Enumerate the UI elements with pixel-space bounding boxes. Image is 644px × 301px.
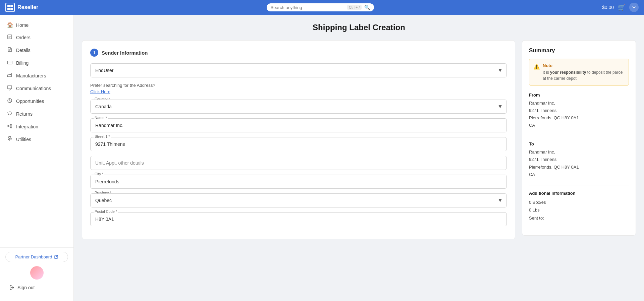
sender-select[interactable]: EndUser (90, 63, 507, 77)
province-select-wrapper: Quebec ▼ (90, 193, 507, 207)
sign-out-label: Sign out (17, 285, 35, 290)
sidebar-item-orders[interactable]: Orders (0, 31, 73, 44)
weight-info: 0 Lbs (529, 206, 629, 214)
sidebar-label-utilities: Utilities (16, 137, 31, 142)
sign-out-button[interactable]: Sign out (5, 282, 68, 293)
note-title: Note (543, 63, 625, 68)
svg-rect-0 (7, 5, 10, 7)
sidebar-label-manufacturers: Manufacturers (16, 73, 46, 78)
street2-field-group (90, 156, 507, 170)
additional-info-title: Additional Information (529, 191, 629, 196)
sidebar-item-returns[interactable]: Returns (0, 108, 73, 120)
sender-select-wrapper: EndUser ▼ (90, 63, 507, 77)
warning-icon: ⚠️ (533, 63, 540, 81)
user-avatar (30, 266, 44, 280)
search-shortcut: Ctrl + / (347, 5, 362, 10)
search-icon: 🔍 (364, 5, 370, 10)
svg-rect-4 (8, 35, 12, 39)
additional-info-section: Additional Information 0 Box/es 0 Lbs Se… (529, 191, 629, 222)
svg-point-8 (10, 124, 12, 125)
sidebar-item-manufacturers[interactable]: Manufacturers (0, 69, 73, 82)
sidebar-item-home[interactable]: 🏠 Home (0, 19, 73, 31)
from-label: From (529, 93, 629, 98)
communications-icon (7, 85, 13, 92)
sidebar-label-orders: Orders (16, 35, 31, 40)
name-input[interactable] (90, 118, 507, 132)
city-field-group: City * (90, 175, 507, 189)
to-line1: Randmar Inc. (529, 148, 629, 156)
billing-icon (7, 60, 13, 66)
sidebar-item-details[interactable]: Details (0, 44, 73, 57)
city-input[interactable] (90, 175, 507, 189)
search-bar[interactable]: Ctrl + / 🔍 (267, 3, 374, 11)
user-menu-button[interactable] (629, 3, 639, 12)
orders-icon (7, 34, 13, 41)
external-link-icon (54, 255, 58, 259)
note-content: Note It is your responsibility to deposi… (543, 63, 625, 81)
svg-point-7 (8, 125, 9, 127)
province-select[interactable]: Quebec (90, 193, 507, 207)
from-line3: Pierrefonds, QC H8Y 0A1 (529, 114, 629, 122)
city-label: City * (94, 172, 104, 176)
sidebar-label-opportunities: Opportunities (16, 99, 44, 104)
to-label: To (529, 141, 629, 146)
svg-point-9 (10, 127, 12, 128)
postal-input[interactable] (90, 212, 507, 226)
street2-input[interactable] (90, 156, 507, 170)
summary-divider-2 (529, 185, 629, 185)
click-here-link[interactable]: Click Here (90, 89, 507, 94)
summary-panel: Summary ⚠️ Note It is your responsibilit… (522, 40, 636, 236)
to-address: Randmar Inc. 9271 Thimens Pierrefonds, Q… (529, 148, 629, 178)
sidebar-label-billing: Billing (16, 60, 29, 66)
note-box: ⚠️ Note It is your responsibility to dep… (529, 59, 629, 86)
sidebar-bottom: Partner Dashboard Sign out (0, 247, 73, 297)
sidebar-navigation: 🏠 Home Orders (0, 19, 73, 247)
to-line3: Pierrefonds, QC H8Y 0A1 (529, 164, 629, 171)
street1-input[interactable] (90, 137, 507, 151)
postal-field-group: Postal Code * (90, 212, 507, 226)
section-title: Sender Information (102, 50, 148, 56)
logo-icon (5, 3, 15, 12)
returns-icon (7, 111, 13, 117)
step-badge: 1 (90, 49, 98, 57)
to-section: To Randmar Inc. 9271 Thimens Pierrefonds… (529, 141, 629, 178)
sidebar-item-billing[interactable]: Billing (0, 57, 73, 69)
from-line2: 9271 Thimens (529, 107, 629, 114)
sidebar-item-opportunities[interactable]: Opportunities (0, 95, 73, 108)
from-section: From Randmar Inc. 9271 Thimens Pierrefon… (529, 93, 629, 129)
page-title: Shipping Label Creation (82, 23, 636, 32)
sidebar-item-integration[interactable]: Integration (0, 120, 73, 133)
partner-dashboard-button[interactable]: Partner Dashboard (5, 252, 68, 262)
integration-icon (7, 123, 13, 130)
partner-dashboard-label: Partner Dashboard (15, 254, 52, 259)
from-line4: CA (529, 122, 629, 129)
street1-field-group: Street 1 * (90, 137, 507, 151)
svg-rect-1 (10, 5, 13, 7)
country-select-wrapper: Canada ▼ (90, 100, 507, 114)
opportunities-icon (7, 98, 13, 105)
sign-out-icon (9, 285, 15, 290)
sidebar-label-integration: Integration (16, 124, 38, 129)
utilities-icon (7, 136, 13, 143)
to-line2: 9271 Thimens (529, 156, 629, 163)
sidebar-label-details: Details (16, 48, 31, 53)
search-input[interactable] (271, 5, 344, 10)
cart-icon[interactable]: 🛒 (618, 4, 625, 11)
from-line1: Randmar Inc. (529, 100, 629, 107)
sidebar-item-utilities[interactable]: Utilities (0, 133, 73, 146)
country-select[interactable]: Canada (90, 100, 507, 114)
cart-amount: $0.00 (602, 5, 614, 10)
form-card: 1 Sender Information EndUser ▼ Prefer se… (82, 40, 515, 239)
app-logo: Reseller (5, 3, 38, 12)
manufacturers-icon (7, 72, 13, 79)
section-header: 1 Sender Information (90, 49, 507, 57)
content-area: 1 Sender Information EndUser ▼ Prefer se… (82, 40, 636, 239)
main-content: Shipping Label Creation 1 Sender Informa… (74, 15, 644, 301)
name-label: Name * (94, 116, 108, 120)
from-address: Randmar Inc. 9271 Thimens Pierrefonds, Q… (529, 100, 629, 129)
summary-divider (529, 136, 629, 136)
sidebar-item-communications[interactable]: Communications (0, 82, 73, 95)
note-text: It is your responsibility to deposit the… (543, 69, 625, 81)
home-icon: 🏠 (7, 22, 13, 28)
svg-rect-2 (7, 8, 10, 10)
